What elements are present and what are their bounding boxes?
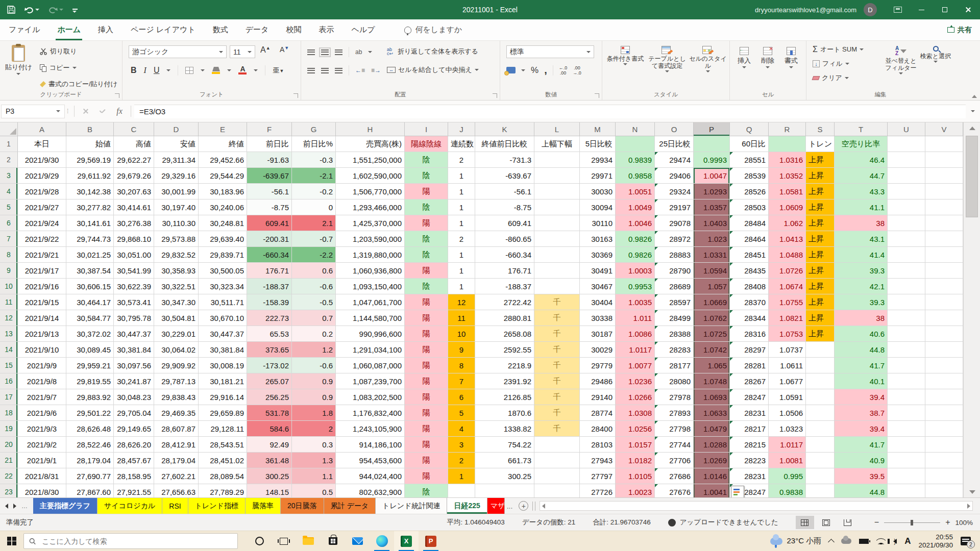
cell-J2[interactable]: 2 — [448, 152, 475, 168]
cell-R3[interactable]: 1.0352 — [769, 168, 806, 184]
cell-J20[interactable]: 3 — [448, 437, 475, 453]
row-header-7[interactable]: 7 — [0, 231, 18, 247]
cell-G11[interactable]: -0.5 — [292, 294, 336, 310]
column-header-N[interactable]: N — [616, 122, 655, 136]
cell-J21[interactable]: 2 — [448, 453, 475, 468]
cell-G3[interactable]: -2.1 — [292, 168, 336, 184]
cell-O17[interactable]: 27978 — [655, 389, 694, 405]
cell-F22[interactable]: 300.25 — [247, 468, 292, 484]
cell-M12[interactable]: 30338 — [580, 310, 616, 326]
cell-Q18[interactable]: 28231 — [730, 405, 769, 421]
weather-widget[interactable]: 23°C 小雨 — [770, 536, 821, 546]
cell-U11[interactable] — [888, 294, 925, 310]
row-header-9[interactable]: 9 — [0, 263, 18, 279]
cell-T5[interactable]: 41.1 — [835, 199, 888, 215]
cell-H14[interactable]: 1,291,034,100 — [336, 342, 405, 358]
cell-H13[interactable]: 990,996,600 — [336, 326, 405, 342]
cell-G6[interactable]: 2.1 — [292, 215, 336, 231]
cell-styles-button[interactable]: セルのスタイル — [689, 46, 727, 72]
cell-D1[interactable]: 安値 — [154, 136, 199, 152]
worksheet-grid[interactable]: ABCDEFGHIJKLMNOPQRSTUV1本日始値高値安値終値前日比前日比%… — [0, 122, 963, 497]
row-header-20[interactable]: 20 — [0, 437, 18, 453]
cell-R11[interactable]: 1.0755 — [769, 294, 806, 310]
sheet-tab-騰落率[interactable]: 騰落率 — [246, 498, 281, 514]
cell-G9[interactable]: 0.6 — [292, 263, 336, 279]
cell-U10[interactable] — [888, 279, 925, 294]
cell-B12[interactable]: 30,584.77 — [66, 310, 114, 326]
cell-Q9[interactable]: 28435 — [730, 263, 769, 279]
cell-M9[interactable]: 30491 — [580, 263, 616, 279]
cell-G21[interactable]: 1.3 — [292, 453, 336, 468]
cell-O16[interactable]: 28080 — [655, 373, 694, 389]
cell-Q7[interactable]: 28464 — [730, 231, 769, 247]
alignment-dialog-launcher[interactable] — [493, 93, 497, 98]
decrease-decimal-button[interactable]: .00→.0 — [573, 65, 581, 76]
insert-cells-button[interactable]: 挿入 — [734, 47, 754, 68]
cell-L13[interactable]: 千 — [534, 326, 580, 342]
cell-H20[interactable]: 914,186,100 — [336, 437, 405, 453]
cell-L10[interactable] — [534, 279, 580, 294]
cell-U18[interactable] — [888, 405, 925, 421]
cell-J3[interactable]: 1 — [448, 168, 475, 184]
merge-center-button[interactable]: ↔ セルを結合して中央揃え — [387, 65, 479, 74]
cell-D5[interactable]: 30,197.40 — [154, 199, 199, 215]
cell-I12[interactable]: 陽 — [405, 310, 448, 326]
comma-style-button[interactable]: , — [544, 64, 547, 76]
cell-T21[interactable]: 40.9 — [835, 453, 888, 468]
vertical-scrollbar[interactable] — [963, 122, 980, 497]
cell-A6[interactable]: 2021/9/24 — [18, 215, 66, 231]
cell-L17[interactable]: 千 — [534, 389, 580, 405]
autosum-button[interactable]: Σ オート SUM — [813, 45, 864, 54]
cell-A5[interactable]: 2021/9/27 — [18, 199, 66, 215]
cell-L19[interactable]: 千 — [534, 421, 580, 437]
cell-B9[interactable]: 30,387.54 — [66, 263, 114, 279]
cell-I22[interactable]: 陽 — [405, 468, 448, 484]
cell-I23[interactable]: 陰 — [405, 484, 448, 497]
cell-U5[interactable] — [888, 199, 925, 215]
cell-M8[interactable]: 30369 — [580, 247, 616, 263]
cell-M21[interactable]: 27943 — [580, 453, 616, 468]
cell-R17[interactable]: 1.0591 — [769, 389, 806, 405]
cell-D4[interactable]: 30,001.99 — [154, 184, 199, 199]
cell-S6[interactable]: 上昇 — [806, 215, 835, 231]
cell-E17[interactable]: 29,916.14 — [199, 389, 247, 405]
sheet-tab-累計 データ[interactable]: 累計 データ — [324, 498, 376, 514]
cell-P22[interactable]: 1.0146 — [694, 468, 730, 484]
row-header-3[interactable]: 3 — [0, 168, 18, 184]
cell-H2[interactable]: 1,551,250,000 — [336, 152, 405, 168]
fill-color-button[interactable] — [212, 67, 220, 74]
cell-U14[interactable] — [888, 342, 925, 358]
cell-L6[interactable] — [534, 215, 580, 231]
cell-C16[interactable]: 30,241.87 — [114, 373, 154, 389]
cell-B20[interactable]: 28,522.46 — [66, 437, 114, 453]
cancel-icon[interactable] — [83, 108, 89, 114]
cell-M7[interactable]: 30163 — [580, 231, 616, 247]
cell-M20[interactable]: 28103 — [580, 437, 616, 453]
cell-H17[interactable]: 1,083,202,500 — [336, 389, 405, 405]
fill-color-caret[interactable] — [227, 69, 231, 71]
cell-K6[interactable]: 609.41 — [475, 215, 534, 231]
row-header-10[interactable]: 10 — [0, 279, 18, 294]
cell-G7[interactable]: -0.7 — [292, 231, 336, 247]
cell-M23[interactable]: 27726 — [580, 484, 616, 497]
cell-C9[interactable]: 30,541.99 — [114, 263, 154, 279]
cell-S21[interactable] — [806, 453, 835, 468]
cell-O10[interactable]: 28689 — [655, 279, 694, 294]
column-header-C[interactable]: C — [114, 122, 154, 136]
cell-E6[interactable]: 30,248.81 — [199, 215, 247, 231]
collapse-ribbon-button[interactable] — [972, 95, 977, 98]
cell-A21[interactable]: 2021/9/1 — [18, 453, 66, 468]
column-header-J[interactable]: J — [448, 122, 475, 136]
insert-function-icon[interactable]: fx — [116, 107, 122, 116]
cell-U22[interactable] — [888, 468, 925, 484]
cell-N10[interactable]: 0.9953 — [616, 279, 655, 294]
cell-Q14[interactable]: 28297 — [730, 342, 769, 358]
cell-Q8[interactable]: 28451 — [730, 247, 769, 263]
font-size-select[interactable]: 11 — [230, 45, 255, 58]
sheet-tab-トレンド指標[interactable]: トレンド指標 — [188, 498, 246, 514]
cell-N18[interactable]: 1.0308 — [616, 405, 655, 421]
cell-L20[interactable] — [534, 437, 580, 453]
cell-F18[interactable]: 531.78 — [247, 405, 292, 421]
cell-D21[interactable]: 28,179.04 — [154, 453, 199, 468]
cell-R4[interactable]: 1.0581 — [769, 184, 806, 199]
